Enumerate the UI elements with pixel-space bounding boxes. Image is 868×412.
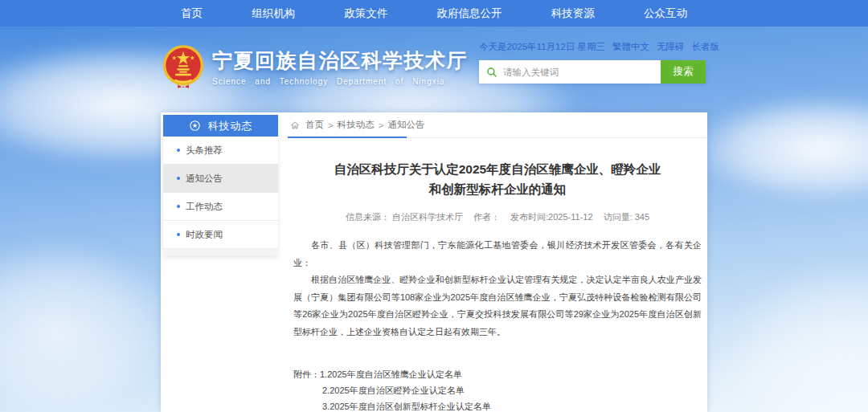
site-brand: 宁夏回族自治区科学技术厅 Science and Technology Depa… bbox=[162, 44, 468, 89]
search-input[interactable] bbox=[503, 67, 653, 77]
breadcrumb: 首页 > 科技动态 > 通知公告 bbox=[288, 112, 707, 138]
breadcrumb-notices[interactable]: 通知公告 bbox=[387, 119, 424, 131]
home-icon bbox=[290, 120, 300, 130]
sidebar-item-label: 工作动态 bbox=[186, 201, 223, 213]
nav-item-public-interaction[interactable]: 公众互动 bbox=[644, 6, 687, 21]
sidebar-item-label: 头条推荐 bbox=[186, 145, 223, 157]
main-panel: 科技动态 头条推荐 通知公告 工作动态 时政要闻 bbox=[161, 112, 707, 412]
attachment-link-1[interactable]: 1.2025年度自治区雏鹰企业认定名单 bbox=[320, 366, 462, 382]
content-area: 首页 > 科技动态 > 通知公告 自治区科技厅关于认定2025年度自治区雏鹰企业… bbox=[288, 112, 707, 412]
sidebar: 科技动态 头条推荐 通知公告 工作动态 时政要闻 bbox=[163, 115, 278, 256]
sidebar-item-political-news[interactable]: 时政要闻 bbox=[163, 221, 278, 249]
breadcrumb-separator: > bbox=[379, 120, 384, 130]
article: 自治区科技厅关于认定2025年度自治区雏鹰企业、瞪羚企业 和创新型标杆企业的通知… bbox=[288, 159, 707, 412]
sidebar-item-label: 通知公告 bbox=[186, 173, 223, 185]
attachment-row: 3.2025年度自治区创新型标杆企业认定名单 bbox=[293, 398, 702, 412]
site-subtitle: Science and Technology Department of Nin… bbox=[212, 77, 468, 86]
star-circle-icon bbox=[189, 120, 201, 132]
attachment-row: 2.2025年度自治区瞪羚企业认定名单 bbox=[293, 382, 702, 398]
elder-version-link[interactable]: 长者版 bbox=[692, 41, 720, 53]
meta-author: 作者： bbox=[473, 212, 500, 222]
attachment-link-2[interactable]: 2.2025年度自治区瞪羚企业认定名单 bbox=[322, 382, 465, 398]
meta-source: 信息来源： 自治区科学技术厅 bbox=[346, 212, 463, 222]
article-title: 自治区科技厅关于认定2025年度自治区雏鹰企业、瞪羚企业 和创新型标杆企业的通知 bbox=[293, 159, 702, 199]
attachments: 附件： 1.2025年度自治区雏鹰企业认定名单 2.2025年度自治区瞪羚企业认… bbox=[293, 366, 702, 412]
current-date-text: 今天是2025年11月12日 星期三 bbox=[479, 41, 605, 53]
attachment-row: 附件： 1.2025年度自治区雏鹰企业认定名单 bbox=[293, 366, 702, 382]
header-right: 今天是2025年11月12日 星期三 繁體中文 无障碍 长者版 搜索 bbox=[479, 41, 706, 84]
top-nav-inner: 首页 组织机构 政策文件 政府信息公开 科技资源 公众互动 bbox=[157, 0, 711, 27]
sidebar-item-notices[interactable]: 通知公告 bbox=[163, 165, 278, 193]
breadcrumb-active-underline bbox=[288, 137, 407, 138]
sidebar-item-headlines[interactable]: 头条推荐 bbox=[163, 137, 278, 165]
national-emblem-icon bbox=[162, 44, 204, 89]
nav-item-home[interactable]: 首页 bbox=[181, 6, 203, 21]
article-paragraph: 根据自治区雏鹰企业、瞪羚企业和创新型标杆企业认定管理有关规定，决定认定半亩良人农… bbox=[293, 271, 702, 341]
site-title: 宁夏回族自治区科学技术厅 bbox=[212, 47, 468, 74]
attachments-label: 附件： bbox=[293, 366, 320, 382]
brand-text: 宁夏回族自治区科学技术厅 Science and Technology Depa… bbox=[212, 47, 468, 86]
breadcrumb-sci-tech-news[interactable]: 科技动态 bbox=[338, 119, 375, 131]
article-paragraph: 各市、县（区）科技管理部门，宁东能源化工基地管委会，银川经济技术开发区管委会，各… bbox=[293, 237, 702, 271]
header-top-links: 今天是2025年11月12日 星期三 繁體中文 无障碍 长者版 bbox=[479, 41, 706, 53]
sidebar-item-work-updates[interactable]: 工作动态 bbox=[163, 193, 278, 221]
accessibility-link[interactable]: 无障碍 bbox=[657, 41, 685, 53]
meta-visit-count: 访问量: 345 bbox=[604, 212, 649, 222]
search-bar: 搜索 bbox=[479, 60, 706, 84]
search-box bbox=[479, 60, 661, 84]
nav-item-sci-tech-resources[interactable]: 科技资源 bbox=[551, 6, 595, 21]
nav-item-policy-documents[interactable]: 政策文件 bbox=[344, 6, 387, 21]
nav-item-organization[interactable]: 组织机构 bbox=[252, 6, 295, 21]
top-nav: 首页 组织机构 政策文件 政府信息公开 科技资源 公众互动 bbox=[0, 0, 868, 27]
article-meta: 信息来源： 自治区科学技术厅 作者： 发布时间:2025-11-12 访问量: … bbox=[293, 211, 702, 223]
cloud-decoration bbox=[691, 96, 868, 201]
cloud-decoration bbox=[723, 265, 868, 412]
breadcrumb-home[interactable]: 首页 bbox=[305, 119, 324, 131]
traditional-chinese-link[interactable]: 繁體中文 bbox=[612, 41, 649, 53]
sidebar-item-label: 时政要闻 bbox=[186, 229, 223, 241]
bullet-icon bbox=[177, 177, 180, 180]
bullet-icon bbox=[177, 233, 180, 236]
meta-publish-time: 发布时间:2025-11-12 bbox=[510, 212, 593, 222]
article-title-line1: 自治区科技厅关于认定2025年度自治区雏鹰企业、瞪羚企业 bbox=[293, 159, 702, 179]
sidebar-header: 科技动态 bbox=[163, 115, 278, 137]
bullet-icon bbox=[177, 149, 180, 152]
page: 首页 组织机构 政策文件 政府信息公开 科技资源 公众互动 bbox=[0, 0, 868, 412]
nav-item-gov-info-disclosure[interactable]: 政府信息公开 bbox=[437, 6, 502, 21]
sidebar-title: 科技动态 bbox=[208, 119, 253, 133]
sidebar-footer bbox=[163, 249, 278, 256]
bullet-icon bbox=[177, 205, 180, 208]
cloud-decoration bbox=[0, 241, 177, 412]
article-body: 各市、县（区）科技管理部门，宁东能源化工基地管委会，银川经济技术开发区管委会，各… bbox=[293, 237, 702, 341]
search-button[interactable]: 搜索 bbox=[661, 60, 706, 84]
article-title-line2: 和创新型标杆企业的通知 bbox=[293, 179, 702, 199]
site-header: 宁夏回族自治区科学技术厅 Science and Technology Depa… bbox=[161, 27, 707, 112]
attachment-link-3[interactable]: 3.2025年度自治区创新型标杆企业认定名单 bbox=[322, 398, 491, 412]
search-icon bbox=[486, 67, 497, 78]
breadcrumb-separator: > bbox=[328, 120, 334, 130]
